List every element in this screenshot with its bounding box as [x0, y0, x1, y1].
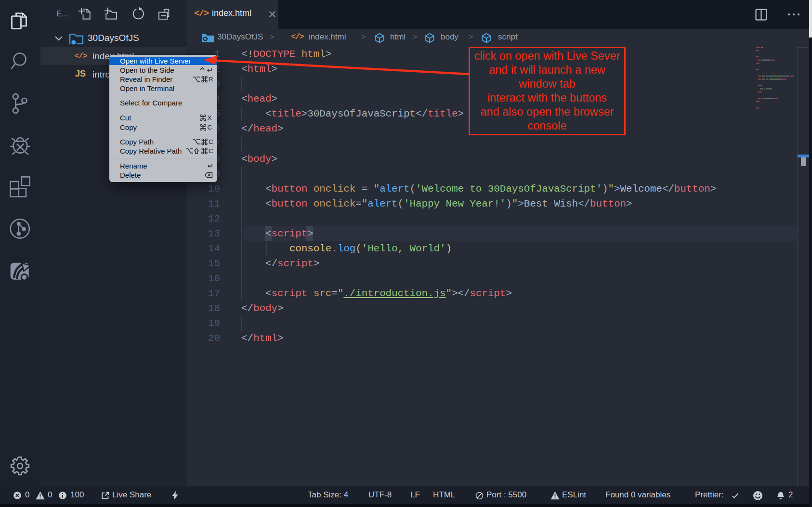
svg-text:C: C: [209, 138, 213, 145]
svg-text:C: C: [208, 124, 212, 131]
svg-text:R: R: [209, 76, 213, 83]
svg-text:X: X: [208, 114, 212, 121]
svg-text:C: C: [209, 147, 213, 155]
